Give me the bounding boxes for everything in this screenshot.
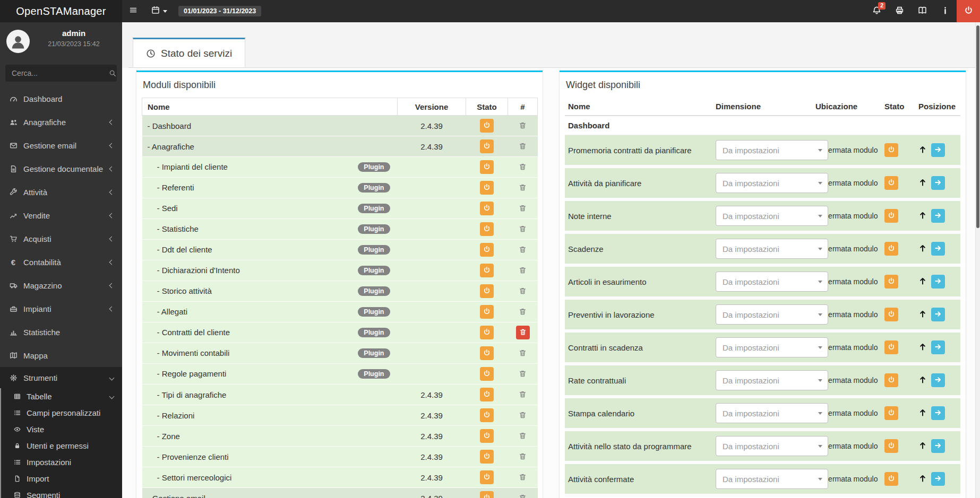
sidebar-item-magazzino[interactable]: Magazzino bbox=[0, 274, 122, 297]
module-delete-button[interactable] bbox=[519, 184, 527, 193]
sidebar-item-gestione-documentale[interactable]: Gestione documentale bbox=[0, 157, 122, 180]
module-toggle-button[interactable] bbox=[480, 388, 494, 401]
module-delete-button[interactable] bbox=[519, 390, 527, 400]
move-to-button[interactable] bbox=[931, 242, 945, 256]
widget-dimension-select[interactable]: Da impostazioni bbox=[716, 436, 828, 456]
module-toggle-button[interactable] bbox=[480, 491, 494, 498]
module-delete-button[interactable] bbox=[519, 432, 527, 441]
sidebar-item-vendite[interactable]: Vendite bbox=[0, 204, 122, 227]
sidebar-subitem-segmenti[interactable]: Segmenti bbox=[1, 487, 122, 498]
module-delete-button[interactable] bbox=[519, 142, 527, 152]
module-delete-button[interactable] bbox=[519, 163, 527, 172]
sidebar-subitem-impostazioni[interactable]: Impostazioni bbox=[1, 454, 122, 470]
calendar-button[interactable] bbox=[144, 0, 174, 22]
sidebar-item-contabilit-[interactable]: €Contabilità bbox=[0, 250, 122, 274]
widget-toggle-button[interactable] bbox=[884, 176, 898, 190]
move-up-button[interactable] bbox=[918, 211, 927, 221]
widget-toggle-button[interactable] bbox=[884, 406, 898, 420]
move-up-button[interactable] bbox=[918, 310, 927, 320]
move-up-button[interactable] bbox=[918, 145, 927, 155]
widget-toggle-button[interactable] bbox=[884, 373, 898, 387]
module-toggle-button[interactable] bbox=[480, 139, 494, 153]
sidebar-subitem-viste[interactable]: Viste bbox=[1, 421, 122, 438]
logout-button[interactable] bbox=[957, 0, 980, 22]
sidebar-subitem-campi-personalizzati[interactable]: Campi personalizzati bbox=[1, 405, 122, 421]
widget-toggle-button[interactable] bbox=[884, 472, 898, 486]
module-delete-button[interactable] bbox=[519, 287, 527, 296]
module-toggle-button[interactable] bbox=[480, 429, 494, 443]
module-delete-button[interactable] bbox=[519, 494, 527, 498]
move-to-button[interactable] bbox=[931, 439, 945, 453]
module-delete-button[interactable] bbox=[519, 246, 527, 255]
module-toggle-button[interactable] bbox=[480, 470, 494, 484]
print-button[interactable] bbox=[888, 0, 911, 22]
module-delete-button[interactable] bbox=[519, 349, 527, 359]
move-up-button[interactable] bbox=[918, 474, 927, 484]
widget-dimension-select[interactable]: Da impostazioni bbox=[716, 403, 828, 423]
move-up-button[interactable] bbox=[918, 277, 927, 287]
widget-dimension-select[interactable]: Da impostazioni bbox=[716, 272, 828, 292]
module-delete-button[interactable] bbox=[519, 225, 527, 234]
module-delete-button[interactable] bbox=[519, 411, 527, 421]
search-input[interactable] bbox=[5, 69, 108, 77]
module-toggle-button[interactable] bbox=[480, 326, 494, 339]
widget-toggle-button[interactable] bbox=[884, 308, 898, 321]
module-delete-button[interactable] bbox=[519, 473, 527, 483]
module-toggle-button[interactable] bbox=[480, 181, 494, 195]
sidebar-item-dashboard[interactable]: Dashboard bbox=[0, 87, 122, 110]
module-toggle-button[interactable] bbox=[480, 243, 494, 257]
move-to-button[interactable] bbox=[931, 373, 945, 387]
module-toggle-button[interactable] bbox=[480, 264, 494, 277]
move-to-button[interactable] bbox=[931, 209, 945, 223]
module-toggle-button[interactable] bbox=[480, 450, 494, 464]
sidebar-subitem-utenti-e-permessi[interactable]: Utenti e permessi bbox=[1, 438, 122, 454]
move-up-button[interactable] bbox=[918, 244, 927, 254]
search-icon[interactable] bbox=[108, 69, 117, 77]
module-toggle-button[interactable] bbox=[480, 202, 494, 215]
widget-dimension-select[interactable]: Da impostazioni bbox=[716, 173, 828, 193]
module-toggle-button[interactable] bbox=[480, 160, 494, 174]
sidebar-item-mappa[interactable]: Mappa bbox=[0, 344, 122, 367]
sidebar-item-strumenti[interactable]: Strumenti bbox=[0, 367, 122, 388]
widget-dimension-select[interactable]: Da impostazioni bbox=[716, 239, 828, 259]
move-up-button[interactable] bbox=[918, 408, 927, 418]
widget-toggle-button[interactable] bbox=[884, 143, 898, 157]
move-up-button[interactable] bbox=[918, 178, 927, 188]
module-delete-button[interactable] bbox=[519, 121, 527, 131]
module-delete-button[interactable] bbox=[519, 204, 527, 214]
module-delete-button[interactable] bbox=[519, 370, 527, 379]
move-to-button[interactable] bbox=[931, 308, 945, 321]
sidebar-item-anagrafiche[interactable]: Anagrafiche bbox=[0, 110, 122, 134]
move-to-button[interactable] bbox=[931, 275, 945, 289]
module-delete-button[interactable] bbox=[519, 266, 527, 276]
module-delete-button[interactable] bbox=[516, 326, 530, 339]
move-up-button[interactable] bbox=[918, 375, 927, 386]
app-logo[interactable]: OpenSTAManager bbox=[0, 0, 122, 22]
move-to-button[interactable] bbox=[931, 472, 945, 486]
move-up-button[interactable] bbox=[918, 441, 927, 451]
tab-stato-dei-servizi[interactable]: Stato dei servizi bbox=[133, 38, 245, 67]
sidebar-item-gestione-email[interactable]: Gestione email bbox=[0, 134, 122, 157]
date-range-badge[interactable]: 01/01/2023 - 31/12/2023 bbox=[178, 6, 261, 17]
widget-toggle-button[interactable] bbox=[884, 209, 898, 223]
module-toggle-button[interactable] bbox=[480, 284, 494, 298]
widget-dimension-select[interactable]: Da impostazioni bbox=[716, 370, 828, 390]
info-button[interactable] bbox=[934, 0, 957, 22]
notifications-button[interactable]: 2 bbox=[865, 0, 888, 22]
move-to-button[interactable] bbox=[931, 143, 945, 157]
module-toggle-button[interactable] bbox=[480, 408, 494, 422]
widget-dimension-select[interactable]: Da impostazioni bbox=[716, 206, 828, 226]
move-up-button[interactable] bbox=[918, 343, 927, 353]
widget-toggle-button[interactable] bbox=[884, 340, 898, 354]
sidebar-item-attivit-[interactable]: Attività bbox=[0, 180, 122, 204]
module-toggle-button[interactable] bbox=[480, 222, 494, 236]
widget-toggle-button[interactable] bbox=[884, 242, 898, 256]
widget-dimension-select[interactable]: Da impostazioni bbox=[716, 337, 828, 357]
sidebar-item-acquisti[interactable]: Acquisti bbox=[0, 227, 122, 250]
widget-dimension-select[interactable]: Da impostazioni bbox=[716, 140, 828, 160]
sidebar-toggle-button[interactable] bbox=[122, 0, 144, 22]
module-toggle-button[interactable] bbox=[480, 367, 494, 381]
move-to-button[interactable] bbox=[931, 176, 945, 190]
sidebar-item-statistiche[interactable]: Statistiche bbox=[0, 320, 122, 344]
scrollbar-thumb[interactable] bbox=[976, 25, 979, 228]
